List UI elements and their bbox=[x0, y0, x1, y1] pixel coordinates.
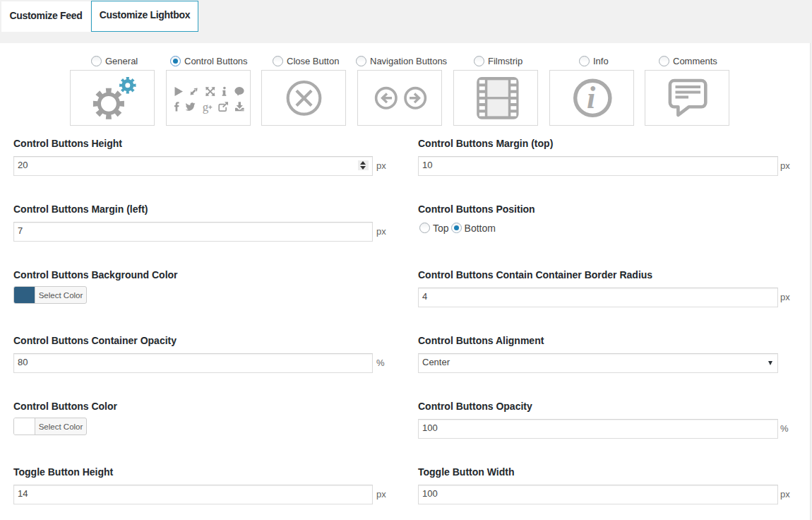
svg-text:i: i bbox=[587, 81, 596, 115]
svg-text:g: g bbox=[202, 100, 208, 114]
